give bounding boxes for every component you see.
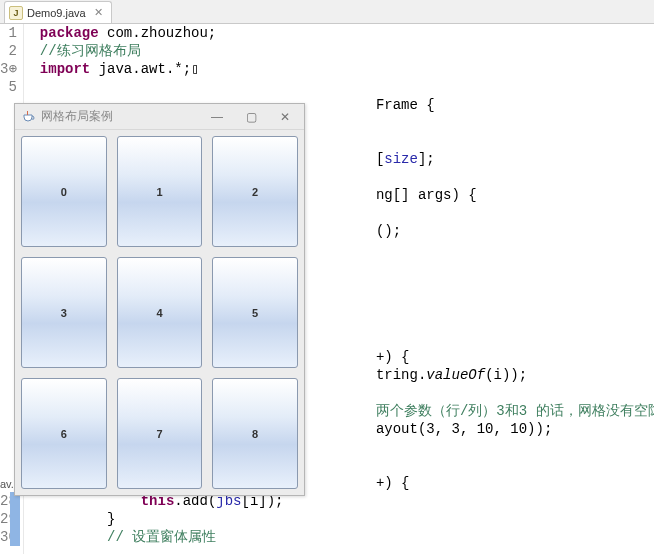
code-line[interactable] [40,78,654,96]
grid-button-7[interactable]: 7 [117,378,203,489]
code-line[interactable]: package com.zhouzhou; [40,24,654,42]
grid-button-2[interactable]: 2 [212,136,298,247]
window-controls: — ▢ ✕ [210,110,298,124]
selection-marker [10,492,20,546]
grid-button-1[interactable]: 1 [117,136,203,247]
code-line[interactable]: //练习网格布局 [40,42,654,60]
line-number: 3⊕ [0,60,17,78]
tab-strip: J Demo9.java ✕ [0,0,654,24]
java-file-icon: J [9,6,23,20]
grid-button-0[interactable]: 0 [21,136,107,247]
close-icon[interactable]: ✕ [278,110,292,124]
code-line[interactable]: } [40,510,654,528]
code-line[interactable]: // 设置窗体属性 [40,528,654,546]
code-line[interactable]: import java.awt.*;▯ [40,60,654,78]
swing-titlebar[interactable]: 网格布局案例 — ▢ ✕ [15,104,304,130]
grid-button-8[interactable]: 8 [212,378,298,489]
truncated-view-label: av. [0,478,14,490]
line-number: 2 [0,42,17,60]
maximize-icon[interactable]: ▢ [244,110,258,124]
grid-button-4[interactable]: 4 [117,257,203,368]
swing-grid: 012345678 [15,130,304,495]
tab-close-icon[interactable]: ✕ [94,6,103,19]
swing-window-title: 网格布局案例 [41,108,204,125]
grid-button-6[interactable]: 6 [21,378,107,489]
line-number: 1 [0,24,17,42]
minimize-icon[interactable]: — [210,110,224,124]
editor-tab[interactable]: J Demo9.java ✕ [4,1,112,23]
line-number: 5 [0,78,17,96]
tab-filename: Demo9.java [27,7,86,19]
grid-button-5[interactable]: 5 [212,257,298,368]
java-cup-icon [21,110,35,124]
swing-window: 网格布局案例 — ▢ ✕ 012345678 [14,103,305,496]
grid-button-3[interactable]: 3 [21,257,107,368]
